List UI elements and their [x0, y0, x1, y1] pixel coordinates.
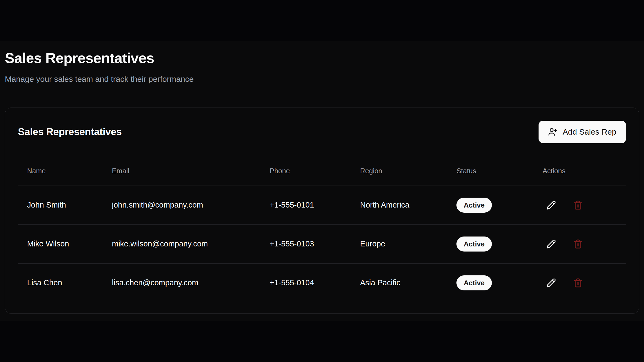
column-header-name: Name	[18, 153, 103, 186]
sales-reps-table: Name Email Phone Region Status Actions J…	[18, 153, 626, 302]
rep-phone: +1-555-0103	[261, 224, 351, 263]
column-header-phone: Phone	[261, 153, 351, 186]
rep-phone: +1-555-0101	[261, 186, 351, 224]
page-title: Sales Representatives	[5, 49, 639, 67]
sales-reps-card: Sales Representatives Add Sales Rep	[5, 108, 639, 314]
top-spacer-band	[0, 0, 644, 41]
status-badge: Active	[456, 275, 492, 290]
trash-icon	[573, 200, 583, 210]
card-header: Sales Representatives Add Sales Rep	[18, 121, 626, 143]
rep-region: North America	[351, 186, 447, 224]
add-sales-rep-label: Add Sales Rep	[563, 127, 616, 136]
card-title: Sales Representatives	[18, 126, 122, 138]
pencil-icon	[546, 278, 556, 288]
table-row: Lisa Chen lisa.chen@company.com +1-555-0…	[18, 263, 626, 302]
column-header-actions: Actions	[533, 153, 626, 186]
page-subtitle: Manage your sales team and track their p…	[5, 73, 639, 85]
trash-icon	[573, 239, 583, 249]
rep-email: mike.wilson@company.com	[103, 224, 261, 263]
delete-button[interactable]	[569, 197, 587, 214]
pencil-icon	[546, 239, 556, 249]
status-badge: Active	[456, 237, 492, 252]
rep-name: Lisa Chen	[18, 263, 103, 302]
add-sales-rep-button[interactable]: Add Sales Rep	[539, 121, 626, 143]
delete-button[interactable]	[569, 274, 587, 291]
trash-icon	[573, 278, 583, 288]
column-header-email: Email	[103, 153, 261, 186]
edit-button[interactable]	[543, 235, 560, 253]
rep-region: Asia Pacific	[351, 263, 447, 302]
delete-button[interactable]	[569, 235, 587, 253]
rep-email: lisa.chen@company.com	[103, 263, 261, 302]
rep-name: Mike Wilson	[18, 224, 103, 263]
edit-button[interactable]	[543, 197, 560, 214]
table-row: John Smith john.smith@company.com +1-555…	[18, 186, 626, 224]
rep-phone: +1-555-0104	[261, 263, 351, 302]
column-header-status: Status	[447, 153, 533, 186]
row-actions	[543, 197, 626, 214]
status-badge: Active	[456, 198, 492, 213]
column-header-region: Region	[351, 153, 447, 186]
edit-button[interactable]	[543, 274, 560, 291]
row-actions	[543, 235, 626, 253]
page-content: Sales Representatives Manage your sales …	[0, 41, 644, 321]
row-actions	[543, 274, 626, 291]
pencil-icon	[546, 200, 556, 210]
table-header-row: Name Email Phone Region Status Actions	[18, 153, 626, 186]
rep-name: John Smith	[18, 186, 103, 224]
rep-email: john.smith@company.com	[103, 186, 261, 224]
table-row: Mike Wilson mike.wilson@company.com +1-5…	[18, 224, 626, 263]
rep-region: Europe	[351, 224, 447, 263]
user-plus-icon	[548, 127, 557, 136]
